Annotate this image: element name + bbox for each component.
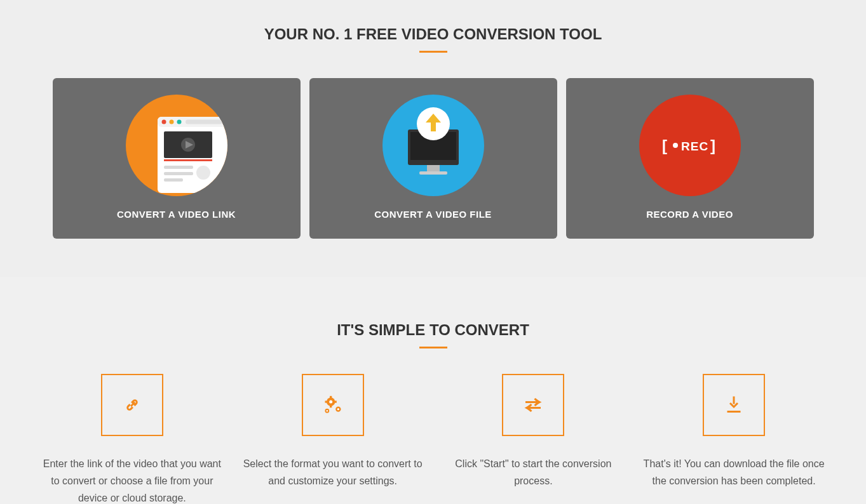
card-record-video[interactable]: [ REC ] RECORD A VIDEO — [566, 78, 814, 239]
step-text: Select the format you want to convert to… — [239, 455, 427, 489]
hero-title: YOUR NO. 1 FREE VIDEO CONVERSION TOOL — [38, 25, 828, 43]
step-2: Select the format you want to convert to… — [239, 374, 427, 504]
svg-rect-9 — [164, 159, 212, 161]
record-icon: [ REC ] — [639, 95, 741, 196]
svg-rect-17 — [419, 171, 447, 175]
svg-text:]: ] — [710, 137, 715, 154]
link-icon — [101, 374, 163, 436]
svg-rect-25 — [330, 396, 332, 398]
svg-point-20 — [673, 143, 678, 148]
svg-rect-27 — [325, 401, 327, 402]
step-text: Enter the link of the video that you wan… — [38, 455, 226, 504]
svg-text:[: [ — [662, 137, 667, 154]
svg-text:REC: REC — [681, 140, 708, 153]
step-1: Enter the link of the video that you wan… — [38, 374, 226, 504]
title-underline — [419, 51, 447, 53]
svg-rect-10 — [164, 166, 193, 169]
gears-icon — [302, 374, 364, 436]
svg-point-24 — [329, 401, 332, 404]
svg-point-30 — [337, 408, 339, 410]
simple-section: IT'S SIMPLE TO CONVERT Enter the link of… — [0, 277, 866, 504]
svg-point-3 — [169, 120, 173, 124]
svg-point-4 — [177, 120, 181, 124]
svg-rect-26 — [330, 406, 332, 408]
step-3: Click "Start" to start the conversion pr… — [440, 374, 628, 504]
action-cards: CONVERT A VIDEO LINK CONVERT A VIDEO FIL… — [38, 78, 828, 239]
hero-section: YOUR NO. 1 FREE VIDEO CONVERSION TOOL — [0, 0, 866, 277]
svg-point-2 — [161, 120, 166, 124]
card-label: CONVERT A VIDEO FILE — [322, 209, 545, 220]
svg-rect-5 — [186, 120, 222, 124]
steps-row: Enter the link of the video that you wan… — [38, 374, 828, 504]
svg-point-32 — [326, 410, 328, 412]
video-link-icon — [126, 95, 227, 196]
card-label: RECORD A VIDEO — [579, 209, 801, 220]
download-icon — [703, 374, 765, 436]
svg-rect-16 — [427, 165, 440, 171]
video-file-icon — [382, 95, 484, 196]
step-4: That's it! You can download the file onc… — [640, 374, 828, 504]
card-convert-link[interactable]: CONVERT A VIDEO LINK — [53, 78, 301, 239]
svg-rect-11 — [164, 172, 193, 175]
arrows-icon — [502, 374, 564, 436]
title-underline — [419, 347, 447, 348]
simple-title: IT'S SIMPLE TO CONVERT — [38, 321, 828, 339]
card-label: CONVERT A VIDEO LINK — [65, 209, 288, 220]
card-convert-file[interactable]: CONVERT A VIDEO FILE — [309, 78, 557, 239]
svg-rect-12 — [164, 178, 183, 182]
svg-point-13 — [196, 166, 210, 180]
step-text: Click "Start" to start the conversion pr… — [440, 455, 628, 489]
step-text: That's it! You can download the file onc… — [640, 455, 828, 489]
svg-rect-28 — [334, 401, 336, 402]
